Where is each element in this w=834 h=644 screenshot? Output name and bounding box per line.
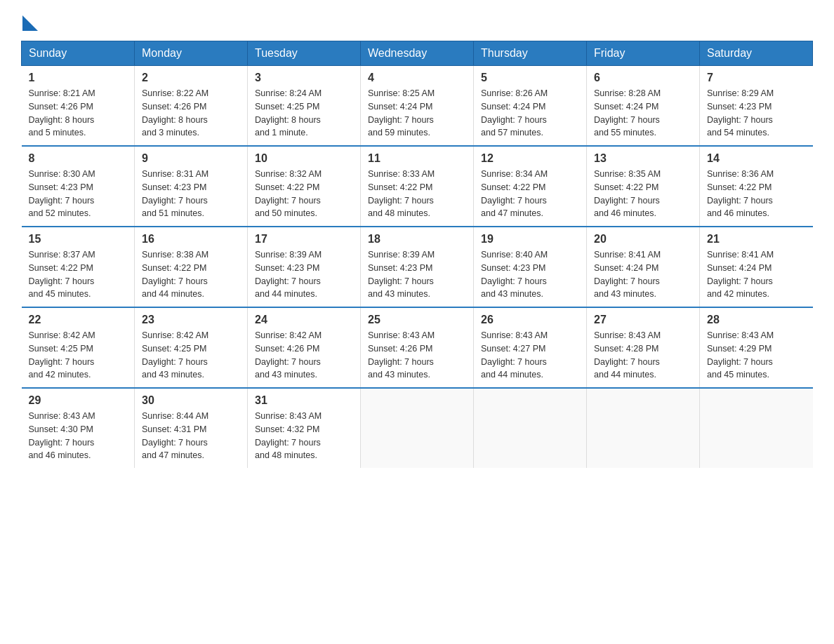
calendar-cell: 18 Sunrise: 8:39 AMSunset: 4:23 PMDaylig… — [361, 227, 474, 307]
calendar-cell: 26 Sunrise: 8:43 AMSunset: 4:27 PMDaylig… — [474, 307, 587, 388]
calendar-table: SundayMondayTuesdayWednesdayThursdayFrid… — [21, 41, 813, 468]
calendar-cell: 7 Sunrise: 8:29 AMSunset: 4:23 PMDayligh… — [700, 66, 813, 147]
calendar-cell: 3 Sunrise: 8:24 AMSunset: 4:25 PMDayligh… — [248, 66, 361, 147]
day-info: Sunrise: 8:35 AMSunset: 4:22 PMDaylight:… — [594, 168, 692, 220]
day-info: Sunrise: 8:42 AMSunset: 4:26 PMDaylight:… — [255, 329, 353, 382]
logo-arrow-icon — [22, 15, 38, 31]
day-info: Sunrise: 8:22 AMSunset: 4:26 PMDaylight:… — [142, 87, 240, 140]
header-cell-wednesday: Wednesday — [361, 41, 474, 66]
calendar-cell: 2 Sunrise: 8:22 AMSunset: 4:26 PMDayligh… — [135, 66, 248, 147]
calendar-cell: 22 Sunrise: 8:42 AMSunset: 4:25 PMDaylig… — [22, 307, 135, 388]
day-number: 10 — [255, 152, 353, 165]
day-number: 21 — [707, 233, 806, 246]
day-number: 23 — [142, 314, 240, 326]
day-number: 13 — [594, 152, 692, 165]
day-number: 12 — [481, 152, 579, 165]
calendar-header: SundayMondayTuesdayWednesdayThursdayFrid… — [22, 41, 813, 66]
calendar-cell: 28 Sunrise: 8:43 AMSunset: 4:29 PMDaylig… — [700, 307, 813, 388]
calendar-cell — [700, 388, 813, 468]
calendar-cell: 13 Sunrise: 8:35 AMSunset: 4:22 PMDaylig… — [587, 146, 700, 227]
day-number: 2 — [142, 72, 240, 84]
day-number: 15 — [29, 233, 128, 246]
calendar-cell: 17 Sunrise: 8:39 AMSunset: 4:23 PMDaylig… — [248, 227, 361, 307]
day-number: 22 — [29, 314, 128, 326]
calendar-cell — [474, 388, 587, 468]
day-info: Sunrise: 8:39 AMSunset: 4:23 PMDaylight:… — [368, 248, 466, 301]
day-info: Sunrise: 8:26 AMSunset: 4:24 PMDaylight:… — [481, 87, 579, 140]
day-number: 27 — [594, 314, 692, 326]
day-info: Sunrise: 8:29 AMSunset: 4:23 PMDaylight:… — [707, 87, 806, 140]
day-number: 19 — [481, 233, 579, 246]
calendar-cell: 31 Sunrise: 8:43 AMSunset: 4:32 PMDaylig… — [248, 388, 361, 468]
calendar-cell: 1 Sunrise: 8:21 AMSunset: 4:26 PMDayligh… — [22, 66, 135, 147]
calendar-cell: 25 Sunrise: 8:43 AMSunset: 4:26 PMDaylig… — [361, 307, 474, 388]
day-info: Sunrise: 8:31 AMSunset: 4:23 PMDaylight:… — [142, 168, 240, 220]
day-number: 25 — [368, 314, 466, 326]
calendar-cell: 27 Sunrise: 8:43 AMSunset: 4:28 PMDaylig… — [587, 307, 700, 388]
day-info: Sunrise: 8:43 AMSunset: 4:27 PMDaylight:… — [481, 329, 579, 382]
day-number: 3 — [255, 72, 353, 84]
page-header — [21, 14, 813, 27]
day-number: 16 — [142, 233, 240, 246]
calendar-cell: 8 Sunrise: 8:30 AMSunset: 4:23 PMDayligh… — [22, 146, 135, 227]
day-number: 11 — [368, 152, 466, 165]
calendar-cell: 6 Sunrise: 8:28 AMSunset: 4:24 PMDayligh… — [587, 66, 700, 147]
header-cell-thursday: Thursday — [474, 41, 587, 66]
calendar-cell — [587, 388, 700, 468]
calendar-cell: 24 Sunrise: 8:42 AMSunset: 4:26 PMDaylig… — [248, 307, 361, 388]
calendar-cell: 10 Sunrise: 8:32 AMSunset: 4:22 PMDaylig… — [248, 146, 361, 227]
day-info: Sunrise: 8:43 AMSunset: 4:26 PMDaylight:… — [368, 329, 466, 382]
day-info: Sunrise: 8:33 AMSunset: 4:22 PMDaylight:… — [368, 168, 466, 220]
week-row-3: 15 Sunrise: 8:37 AMSunset: 4:22 PMDaylig… — [22, 227, 813, 307]
header-cell-tuesday: Tuesday — [248, 41, 361, 66]
calendar-cell: 30 Sunrise: 8:44 AMSunset: 4:31 PMDaylig… — [135, 388, 248, 468]
calendar-cell — [361, 388, 474, 468]
header-cell-saturday: Saturday — [700, 41, 813, 66]
day-number: 18 — [368, 233, 466, 246]
day-info: Sunrise: 8:34 AMSunset: 4:22 PMDaylight:… — [481, 168, 579, 220]
day-number: 17 — [255, 233, 353, 246]
header-row: SundayMondayTuesdayWednesdayThursdayFrid… — [22, 41, 813, 66]
calendar-cell: 4 Sunrise: 8:25 AMSunset: 4:24 PMDayligh… — [361, 66, 474, 147]
day-info: Sunrise: 8:36 AMSunset: 4:22 PMDaylight:… — [707, 168, 806, 220]
calendar-cell: 11 Sunrise: 8:33 AMSunset: 4:22 PMDaylig… — [361, 146, 474, 227]
day-info: Sunrise: 8:43 AMSunset: 4:30 PMDaylight:… — [29, 410, 128, 462]
calendar-cell: 19 Sunrise: 8:40 AMSunset: 4:23 PMDaylig… — [474, 227, 587, 307]
calendar-cell: 16 Sunrise: 8:38 AMSunset: 4:22 PMDaylig… — [135, 227, 248, 307]
calendar-cell: 14 Sunrise: 8:36 AMSunset: 4:22 PMDaylig… — [700, 146, 813, 227]
day-info: Sunrise: 8:32 AMSunset: 4:22 PMDaylight:… — [255, 168, 353, 220]
week-row-2: 8 Sunrise: 8:30 AMSunset: 4:23 PMDayligh… — [22, 146, 813, 227]
header-cell-monday: Monday — [135, 41, 248, 66]
day-info: Sunrise: 8:28 AMSunset: 4:24 PMDaylight:… — [594, 87, 692, 140]
day-number: 6 — [594, 72, 692, 84]
day-number: 30 — [142, 394, 240, 407]
day-info: Sunrise: 8:43 AMSunset: 4:28 PMDaylight:… — [594, 329, 692, 382]
day-info: Sunrise: 8:42 AMSunset: 4:25 PMDaylight:… — [29, 329, 128, 382]
calendar-cell: 23 Sunrise: 8:42 AMSunset: 4:25 PMDaylig… — [135, 307, 248, 388]
week-row-4: 22 Sunrise: 8:42 AMSunset: 4:25 PMDaylig… — [22, 307, 813, 388]
day-info: Sunrise: 8:30 AMSunset: 4:23 PMDaylight:… — [29, 168, 128, 220]
day-number: 4 — [368, 72, 466, 84]
day-info: Sunrise: 8:25 AMSunset: 4:24 PMDaylight:… — [368, 87, 466, 140]
day-number: 26 — [481, 314, 579, 326]
logo — [21, 14, 38, 27]
day-number: 7 — [707, 72, 806, 84]
svg-marker-0 — [22, 15, 38, 31]
day-number: 5 — [481, 72, 579, 84]
calendar-cell: 15 Sunrise: 8:37 AMSunset: 4:22 PMDaylig… — [22, 227, 135, 307]
day-number: 31 — [255, 394, 353, 407]
day-info: Sunrise: 8:42 AMSunset: 4:25 PMDaylight:… — [142, 329, 240, 382]
header-cell-friday: Friday — [587, 41, 700, 66]
day-info: Sunrise: 8:39 AMSunset: 4:23 PMDaylight:… — [255, 248, 353, 301]
day-number: 9 — [142, 152, 240, 165]
day-number: 28 — [707, 314, 806, 326]
day-info: Sunrise: 8:43 AMSunset: 4:29 PMDaylight:… — [707, 329, 806, 382]
day-number: 24 — [255, 314, 353, 326]
calendar-cell: 21 Sunrise: 8:41 AMSunset: 4:24 PMDaylig… — [700, 227, 813, 307]
day-number: 20 — [594, 233, 692, 246]
day-info: Sunrise: 8:24 AMSunset: 4:25 PMDaylight:… — [255, 87, 353, 140]
calendar-body: 1 Sunrise: 8:21 AMSunset: 4:26 PMDayligh… — [22, 66, 813, 469]
day-number: 1 — [29, 72, 128, 84]
day-number: 14 — [707, 152, 806, 165]
day-info: Sunrise: 8:44 AMSunset: 4:31 PMDaylight:… — [142, 410, 240, 462]
